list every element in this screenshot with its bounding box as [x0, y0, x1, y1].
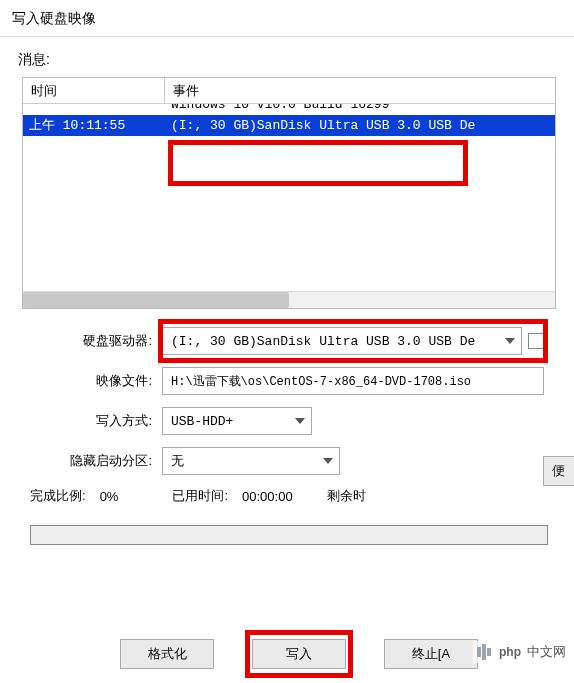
- col-header-event[interactable]: 事件: [165, 78, 555, 103]
- cell-time: [23, 104, 165, 115]
- log-body: Windows 10 v10.0 Build 16299 上午 10:11:55…: [23, 104, 555, 136]
- log-header: 时间 事件: [23, 78, 555, 104]
- hidden-boot-value: 无: [171, 452, 184, 470]
- watermark: php 中文网: [473, 641, 570, 663]
- log-table: 时间 事件 Windows 10 v10.0 Build 16299 上午 10…: [22, 77, 556, 309]
- remain-time-label: 剩余时: [327, 487, 366, 505]
- hidden-boot-label: 隐藏启动分区:: [12, 452, 162, 470]
- image-file-input[interactable]: H:\迅雷下载\os\CentOS-7-x86_64-DVD-1708.iso: [162, 367, 544, 395]
- col-header-time[interactable]: 时间: [23, 78, 165, 103]
- used-time-value: 00:00:00: [242, 489, 293, 504]
- drive-value: (I:, 30 GB)SanDisk Ultra USB 3.0 USB De: [171, 334, 475, 349]
- image-file-label: 映像文件:: [12, 372, 162, 390]
- scrollbar-thumb[interactable]: [23, 292, 289, 308]
- write-mode-value: USB-HDD+: [171, 414, 233, 429]
- cell-event: (I:, 30 GB)SanDisk Ultra USB 3.0 USB De: [165, 115, 555, 136]
- convenient-button[interactable]: 便: [543, 456, 574, 486]
- used-time-label: 已用时间:: [172, 487, 228, 505]
- abort-button[interactable]: 终止[A: [384, 639, 478, 669]
- chevron-down-icon: [505, 338, 515, 344]
- drive-label: 硬盘驱动器:: [12, 332, 162, 350]
- cell-event: Windows 10 v10.0 Build 16299: [165, 104, 555, 115]
- drive-select[interactable]: (I:, 30 GB)SanDisk Ultra USB 3.0 USB De: [162, 327, 522, 355]
- chevron-down-icon: [323, 458, 333, 464]
- write-mode-label: 写入方式:: [12, 412, 162, 430]
- horizontal-scrollbar[interactable]: [23, 291, 555, 308]
- info-label: 消息:: [0, 37, 574, 75]
- image-file-value: H:\迅雷下载\os\CentOS-7-x86_64-DVD-1708.iso: [171, 373, 471, 390]
- write-mode-select[interactable]: USB-HDD+: [162, 407, 312, 435]
- hidden-boot-select[interactable]: 无: [162, 447, 340, 475]
- drive-checkbox[interactable]: [528, 333, 544, 349]
- format-button[interactable]: 格式化: [120, 639, 214, 669]
- table-row[interactable]: Windows 10 v10.0 Build 16299: [23, 104, 555, 115]
- watermark-logo-icon: [477, 644, 491, 660]
- done-value: 0%: [100, 489, 119, 504]
- watermark-text: 中文网: [527, 643, 566, 661]
- progress-bar: [30, 525, 548, 545]
- watermark-php: php: [499, 645, 521, 659]
- done-label: 完成比例:: [30, 487, 86, 505]
- cell-time: 上午 10:11:55: [23, 115, 165, 136]
- write-button[interactable]: 写入: [252, 639, 346, 669]
- chevron-down-icon: [295, 418, 305, 424]
- window-title: 写入硬盘映像: [0, 0, 574, 37]
- table-row[interactable]: 上午 10:11:55 (I:, 30 GB)SanDisk Ultra USB…: [23, 115, 555, 136]
- write-button-label: 写入: [286, 646, 312, 661]
